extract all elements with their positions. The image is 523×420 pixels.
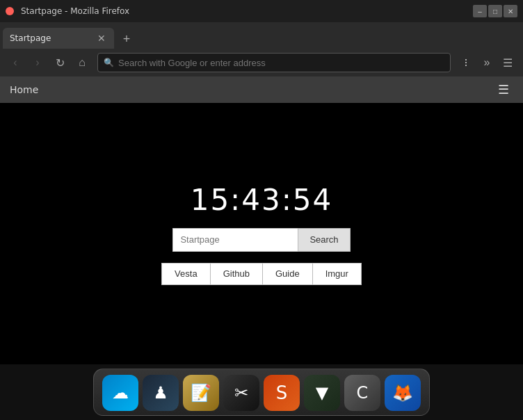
dock-icon-vrchat[interactable]: 🦊: [385, 375, 421, 411]
forward-button[interactable]: ›: [28, 53, 47, 72]
links-row: VestaGithubGuideImgur: [161, 263, 362, 285]
library-button[interactable]: ⫶: [456, 53, 476, 72]
clock: 15:43:54: [191, 183, 333, 217]
link-button-github[interactable]: Github: [210, 263, 262, 285]
titlebar-controls: – □ ✕: [473, 5, 517, 17]
nav-right: ⫶ » ☰: [456, 53, 517, 72]
reload-button[interactable]: ↻: [50, 53, 70, 72]
navbar: ‹ › ↻ ⌂ 🔍 ⫶ » ☰: [0, 49, 523, 76]
appbar: Home ☰: [0, 76, 523, 103]
more-tools-button[interactable]: »: [477, 53, 497, 72]
maximize-button[interactable]: □: [488, 5, 502, 17]
minimize-button[interactable]: –: [473, 5, 487, 17]
address-bar[interactable]: 🔍: [97, 53, 451, 72]
menu-button[interactable]: ☰: [498, 53, 517, 72]
dock-icon-cemu[interactable]: C: [344, 375, 380, 411]
dock-icon-steam[interactable]: ♟: [143, 375, 179, 411]
link-button-imgur[interactable]: Imgur: [312, 263, 362, 285]
new-tab-button[interactable]: +: [117, 29, 136, 49]
close-button[interactable]: ✕: [504, 5, 517, 17]
link-button-vesta[interactable]: Vesta: [161, 263, 210, 285]
search-input[interactable]: [172, 228, 298, 252]
search-button[interactable]: Search: [298, 228, 350, 252]
home-button[interactable]: ⌂: [72, 53, 92, 72]
dock: ☁♟📝✂S▼C🦊: [93, 369, 430, 416]
dock-icon-sublime-text[interactable]: S: [264, 375, 300, 411]
link-button-guide[interactable]: Guide: [262, 263, 312, 285]
dock-icon-nextcloud[interactable]: ☁: [102, 375, 138, 411]
search-row: Search: [172, 228, 350, 252]
dock-icon-inkscape[interactable]: ▼: [304, 375, 340, 411]
titlebar-dot: [6, 7, 14, 15]
appbar-menu-button[interactable]: ☰: [494, 79, 513, 100]
tab-label: Startpage: [10, 33, 90, 43]
appbar-title: Home: [10, 84, 38, 95]
tabbar: Startpage ✕ +: [0, 22, 523, 49]
dock-icon-notes[interactable]: 📝: [183, 375, 219, 411]
dock-icon-tools[interactable]: ✂: [223, 375, 259, 411]
tab-close-button[interactable]: ✕: [96, 33, 107, 44]
titlebar: Startpage - Mozilla Firefox – □ ✕: [0, 0, 523, 22]
titlebar-title: Startpage - Mozilla Firefox: [21, 6, 129, 16]
active-tab[interactable]: Startpage ✕: [3, 28, 114, 49]
address-input[interactable]: [118, 58, 444, 68]
dock-container: ☁♟📝✂S▼C🦊: [0, 364, 523, 420]
back-button[interactable]: ‹: [6, 53, 25, 72]
main-content: 15:43:54 Search VestaGithubGuideImgur: [0, 103, 523, 364]
search-icon: 🔍: [104, 58, 114, 67]
